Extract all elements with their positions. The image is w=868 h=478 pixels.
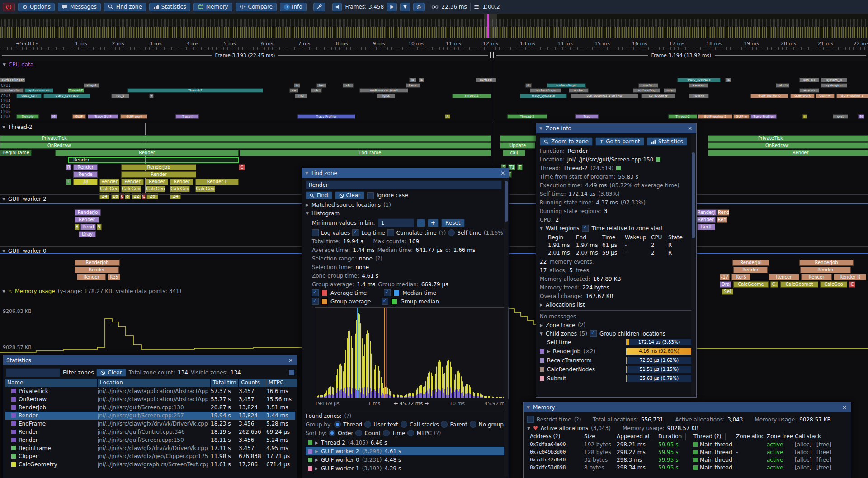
zone-bar[interactable]: RenderJob	[75, 260, 120, 266]
collapse-triangle-icon[interactable]: ▼	[539, 126, 542, 131]
group-by-none-radio[interactable]	[470, 421, 476, 428]
thread-header[interactable]: ▼Thread-2	[2, 124, 33, 130]
table-row[interactable]: CalcGeometryjni/../jni/src/claw/graphics…	[5, 460, 295, 469]
frame-dropdown-button[interactable]: ▼	[400, 3, 410, 11]
zone-bar[interactable]: Rerfl	[697, 224, 715, 230]
zone-bar[interactable]: Rencer	[801, 274, 832, 280]
found-zone-group[interactable]: ▶GUIF worker 0(3,231)4.48 s	[306, 455, 505, 464]
zone-bar[interactable]: CalcGeo	[121, 186, 141, 192]
histogram-plot[interactable]	[315, 307, 509, 399]
column-header[interactable]: State	[666, 234, 685, 241]
next-frame-button[interactable]: ▶	[387, 3, 397, 11]
min-bin-increase-button[interactable]: +	[428, 219, 439, 227]
column-header[interactable]: Thread (?)	[693, 433, 726, 440]
child-zone-row[interactable]: Submit35.63 µs (0.79%)	[540, 375, 693, 382]
scroll-indicator[interactable]	[289, 370, 294, 375]
zone-bar[interactable]: call	[503, 150, 525, 156]
zone-bar[interactable]: Render	[75, 217, 99, 223]
min-bin-input[interactable]	[378, 218, 414, 227]
collapse-triangle-icon[interactable]: ▼	[527, 426, 530, 431]
sort-by-order-radio[interactable]	[329, 430, 335, 436]
column-header[interactable]: Total tim	[211, 379, 239, 387]
group-average-checkbox[interactable]	[312, 298, 319, 305]
zone-bar[interactable]: Render F	[195, 179, 239, 185]
child-zone-row[interactable]: ▶RenderJob(×2)4.16 ms (92.60%)	[540, 348, 693, 355]
free-callstack-button[interactable]: [free]	[816, 441, 831, 448]
zone-bar[interactable]: C	[239, 164, 245, 170]
zone-bar[interactable]: Render	[75, 267, 119, 273]
zone-bar[interactable]: CalcGeomet	[780, 281, 818, 288]
messages-button[interactable]: Messages	[58, 3, 101, 11]
clear-button[interactable]: Clear	[335, 191, 364, 199]
zone-bar[interactable]: Render	[146, 179, 168, 185]
expand-triangle-icon[interactable]: ▶	[315, 458, 318, 462]
table-row[interactable]: Renderjni/../jni/src/guif/Screen.cpp:257…	[5, 412, 295, 420]
zone-bar[interactable]: Render	[121, 179, 144, 185]
compare-button[interactable]: Compare	[236, 3, 277, 11]
zone-bar[interactable]: Render R	[834, 274, 866, 280]
zone-bar[interactable]: Render	[73, 164, 98, 170]
thread-highlight-button[interactable]	[616, 166, 621, 170]
table-row[interactable]: 1.91 ms1.97 ms61 µs-2R	[546, 241, 693, 249]
zone-bar[interactable]: Ren	[717, 217, 727, 223]
zone-bar[interactable]: F	[66, 179, 71, 185]
zone-bar[interactable]: Rende	[73, 171, 98, 178]
found-zone-group[interactable]: ▶Thread-2(4,105)6.46 s	[306, 438, 505, 447]
table-row[interactable]: Clipperjni/../jni/src/claw/gfx/geo/Clipp…	[5, 452, 295, 460]
alloc-callstack-button[interactable]: [alloc]	[795, 441, 811, 448]
free-callstack-button[interactable]: [free]	[816, 464, 831, 471]
zone-bar[interactable]: RenderJob	[121, 164, 196, 170]
zone-bar[interactable]: Render	[68, 157, 239, 163]
search-input[interactable]	[306, 180, 502, 189]
zone-bar[interactable]: PrivateTick	[0, 135, 491, 142]
scrollbar[interactable]	[691, 134, 695, 396]
zone-bar[interactable]: PrivateTick	[708, 135, 868, 142]
column-header[interactable]: Zone alloc	[736, 433, 768, 440]
table-row[interactable]: 0x7dfc42d64032 bytes298.3 ms59.95 sMain …	[527, 456, 847, 464]
options-button[interactable]: ⚙Options	[18, 3, 55, 11]
alloc-callstack-button[interactable]: [alloc]	[795, 449, 811, 455]
column-header[interactable]: Begin	[546, 234, 574, 241]
column-header[interactable]: Location	[98, 379, 211, 387]
collapse-triangle-icon[interactable]: ▼	[527, 405, 530, 410]
zoom-to-zone-button[interactable]: Zoom to zone	[540, 137, 593, 146]
zone-bar[interactable]: RenderJ	[696, 209, 717, 216]
zone-bar[interactable]: 8	[75, 224, 80, 230]
zone-bar[interactable]: C	[849, 281, 855, 288]
median-time-checkbox[interactable]	[384, 289, 391, 296]
collapse-triangle-icon[interactable]: ▼	[2, 249, 5, 253]
column-header[interactable]: Counts	[239, 379, 266, 387]
expand-triangle-icon[interactable]: ▶	[315, 466, 318, 471]
alloc-callstack-button[interactable]: [alloc]	[795, 457, 811, 463]
info-button[interactable]: iInfo	[280, 3, 307, 11]
column-header[interactable]: Address (?)	[530, 433, 564, 440]
find-zone-button[interactable]: Find zone	[104, 3, 146, 11]
expand-triangle-icon[interactable]: ▶	[547, 349, 550, 354]
table-row[interactable]: RenderJobjni/../jni/src/guif/Screen.cpp:…	[5, 403, 295, 412]
table-row[interactable]: 2.01 ms2.07 ms59 µs-2R	[546, 249, 693, 256]
group-median-checkbox[interactable]	[382, 298, 388, 305]
column-header[interactable]: Appeared at	[617, 433, 654, 440]
scrollbar[interactable]	[504, 179, 508, 476]
statistics-button[interactable]: Statistics	[149, 3, 190, 11]
self-time-radio[interactable]	[448, 229, 455, 236]
expand-triangle-icon[interactable]: ▶	[315, 449, 318, 454]
close-icon[interactable]: ✕	[288, 357, 294, 364]
found-zone-group[interactable]: ▶GUIF worker 2(3,296)4.61 s	[306, 447, 505, 455]
table-row[interactable]: 0x7dfc53d8988 bytes298.34 ms59.95 sMain …	[527, 464, 847, 472]
sort-by-count-radio[interactable]	[355, 430, 362, 436]
zone-bar[interactable]: RenderJo	[75, 209, 101, 216]
zone-bar[interactable]: RenderJob	[799, 260, 854, 266]
column-header[interactable]: Duration	[658, 433, 686, 440]
tools-button[interactable]	[313, 3, 326, 11]
alloc-callstack-button[interactable]: [alloc]	[795, 464, 811, 471]
memory-button[interactable]: Memory	[193, 3, 232, 11]
zone-bar[interactable]: CalcGeo	[195, 186, 215, 192]
zone-bar[interactable]: Sel	[722, 289, 733, 295]
zone-bar[interactable]: R	[66, 164, 71, 170]
zone-bar[interactable]: Rencer	[769, 274, 799, 280]
window-titlebar[interactable]: ▼ Zone info ✕	[536, 123, 696, 133]
expand-triangle-icon[interactable]: ▶	[306, 203, 309, 207]
table-row[interactable]: Renderjni/../jni/src/guif/Screen.cpp:150…	[5, 436, 295, 444]
zone-bar[interactable]: Render	[121, 171, 196, 178]
